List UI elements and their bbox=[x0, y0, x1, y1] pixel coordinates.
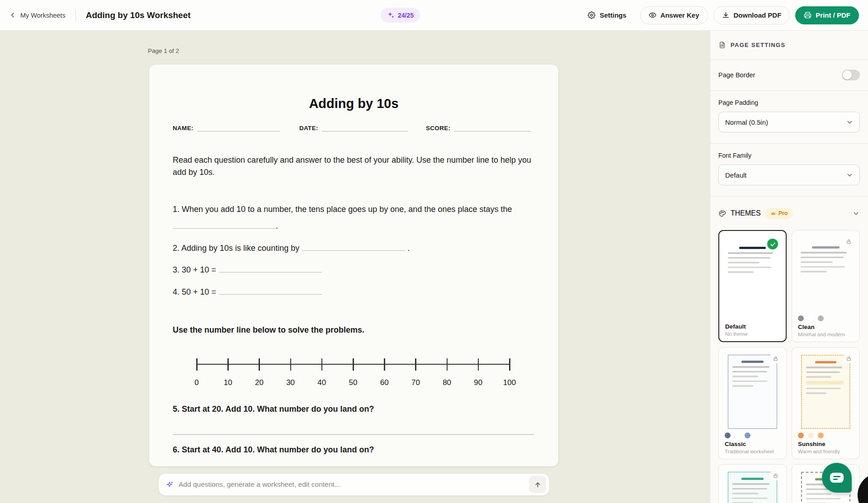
answer-line bbox=[173, 434, 534, 435]
theme-card-default[interactable]: DefaultNo theme bbox=[718, 230, 787, 342]
preview-line bbox=[806, 376, 831, 378]
chat-widget-button[interactable] bbox=[822, 463, 852, 493]
chevron-down-icon bbox=[846, 118, 854, 126]
question-2[interactable]: 2. Adding by 10s is like counting by . bbox=[173, 242, 535, 254]
send-button[interactable] bbox=[529, 476, 546, 493]
printer-icon bbox=[804, 11, 811, 19]
preview-title-line bbox=[741, 478, 764, 480]
theme-card-sunshine[interactable]: SunshineWarm and friendly bbox=[792, 347, 860, 459]
number-line[interactable]: 0102030405060708090100 bbox=[197, 358, 509, 388]
theme-name: Default bbox=[725, 323, 782, 330]
page-padding-select[interactable]: Normal (0.5in) bbox=[718, 112, 860, 132]
preview-line bbox=[806, 388, 841, 390]
selected-check-icon bbox=[767, 239, 778, 249]
name-blank bbox=[197, 125, 280, 132]
eye-icon bbox=[649, 11, 656, 19]
worksheet-instructions[interactable]: Read each question carefully and answer … bbox=[173, 154, 537, 178]
page-indicator: Page 1 of 2 bbox=[148, 47, 179, 54]
preview-line bbox=[801, 271, 827, 273]
preview-line bbox=[732, 371, 767, 373]
question-4[interactable]: 4. 50 + 10 = bbox=[173, 286, 535, 298]
answer-blank bbox=[173, 221, 276, 229]
numberline-tick-label: 40 bbox=[317, 377, 326, 388]
numberline-tick-label: 100 bbox=[503, 377, 516, 388]
preview-line bbox=[806, 493, 831, 495]
download-pdf-button[interactable]: Download PDF bbox=[713, 6, 790, 24]
lock-icon bbox=[770, 353, 780, 363]
question-5[interactable]: 5. Start at 20. Add 10. What number do y… bbox=[173, 403, 535, 415]
preview-line bbox=[732, 483, 769, 485]
preview-line bbox=[806, 392, 826, 394]
theme-card-clean[interactable]: CleanMinimal and modern bbox=[792, 230, 860, 342]
preview-line bbox=[732, 385, 753, 387]
question-1[interactable]: 1. When you add 10 to a number, the tens… bbox=[173, 203, 535, 232]
theme-name: Sunshine bbox=[798, 441, 855, 447]
theme-color-dots bbox=[798, 431, 855, 440]
theme-color-dots bbox=[725, 431, 782, 440]
download-icon bbox=[722, 11, 730, 19]
numberline-tick bbox=[415, 358, 416, 371]
preview-title-line bbox=[739, 247, 766, 249]
worksheet-canvas: Page 1 of 2 Adding by 10s NAME: DATE: SC… bbox=[0, 31, 710, 503]
back-button[interactable]: My Worksheets bbox=[9, 11, 66, 19]
arrow-up-icon bbox=[534, 481, 542, 489]
theme-description: No theme bbox=[725, 331, 782, 337]
composer-input[interactable] bbox=[179, 480, 524, 489]
settings-button[interactable]: Settings bbox=[580, 6, 634, 24]
preview-line bbox=[801, 252, 847, 254]
download-pdf-label: Download PDF bbox=[734, 11, 782, 19]
numberline-tick-label: 0 bbox=[194, 377, 198, 388]
page-title: Adding by 10s Worksheet bbox=[86, 10, 191, 20]
font-family-select[interactable]: Default bbox=[718, 165, 860, 185]
color-dot bbox=[808, 315, 814, 321]
preview-line bbox=[801, 261, 833, 263]
numberline-tick-label: 60 bbox=[380, 377, 389, 388]
theme-card-hidden-4[interactable] bbox=[718, 464, 787, 503]
preview-line bbox=[806, 498, 841, 500]
worksheet-title[interactable]: Adding by 10s bbox=[173, 96, 535, 111]
numberline-tick bbox=[353, 358, 354, 371]
preview-line bbox=[728, 267, 771, 268]
score-label: SCORE: bbox=[426, 125, 450, 132]
numberline-tick-label: 50 bbox=[349, 377, 358, 388]
sparkles-icon bbox=[387, 11, 395, 19]
page-border-toggle[interactable] bbox=[842, 70, 860, 80]
numberline-tick-label: 20 bbox=[255, 377, 264, 388]
settings-label: Settings bbox=[599, 11, 626, 19]
lock-icon bbox=[770, 470, 780, 480]
ai-composer bbox=[158, 473, 550, 496]
color-dot bbox=[798, 432, 804, 438]
preview-line bbox=[732, 493, 758, 494]
number-line-heading[interactable]: Use the number line below to solve the p… bbox=[173, 324, 535, 336]
preview-line bbox=[732, 488, 767, 490]
theme-preview bbox=[796, 235, 855, 313]
topbar: My Worksheets Adding by 10s Worksheet 24… bbox=[0, 0, 868, 31]
chevron-left-icon bbox=[9, 11, 17, 19]
numberline-tick-label: 90 bbox=[474, 377, 482, 388]
question-3[interactable]: 3. 30 + 10 = bbox=[173, 264, 535, 276]
print-pdf-button[interactable]: Print / PDF bbox=[795, 6, 859, 24]
theme-preview-page bbox=[801, 355, 850, 429]
numberline-tick bbox=[227, 358, 229, 371]
worksheet-page[interactable]: Adding by 10s NAME: DATE: SCORE: Read ea… bbox=[149, 65, 558, 466]
page-padding-label: Page Padding bbox=[718, 99, 860, 106]
worksheet-meta-row[interactable]: NAME: DATE: SCORE: bbox=[173, 125, 535, 132]
lock-icon bbox=[844, 353, 854, 363]
themes-heading: THEMES bbox=[731, 209, 761, 217]
font-family-value: Default bbox=[725, 171, 747, 179]
answer-key-button[interactable]: Answer Key bbox=[640, 6, 708, 24]
credits-badge[interactable]: 24/25 bbox=[381, 8, 420, 23]
chevron-down-icon[interactable] bbox=[852, 210, 860, 217]
preview-highlight-line bbox=[806, 381, 844, 385]
font-family-label: Font Family bbox=[718, 152, 860, 159]
preview-title-line bbox=[741, 361, 764, 363]
theme-card-classic[interactable]: ClassicTraditional worksheet bbox=[718, 347, 787, 459]
numberline-tick bbox=[447, 358, 448, 371]
color-dot bbox=[818, 315, 824, 321]
question-6[interactable]: 6. Start at 40. Add 10. What number do y… bbox=[173, 444, 535, 456]
color-dot bbox=[735, 432, 741, 438]
palette-icon bbox=[718, 210, 726, 217]
numberline-tick-label: 30 bbox=[286, 377, 295, 388]
numberline-tick bbox=[509, 358, 510, 371]
credits-count: 24/25 bbox=[398, 12, 414, 19]
